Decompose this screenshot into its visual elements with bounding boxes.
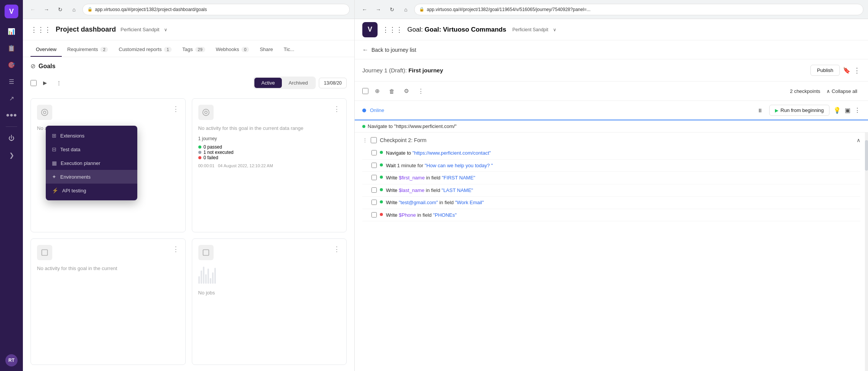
right-hamburger-icon[interactable]: ⋮⋮⋮ [382, 26, 403, 34]
step-text-4: Write $last_name in field "LAST NAME" [386, 187, 473, 194]
step-navigate-contact: Navigate to "https://www.perficient.com/… [362, 147, 860, 160]
navigate-text: Navigate to "https://www.perficient.com/… [368, 123, 457, 129]
goal-card-3: ⋮ No activity for this goal in the curre… [31, 238, 186, 365]
tab-tags-label: Tags [182, 46, 193, 52]
dot-not-executed [198, 151, 201, 154]
forward-button-left[interactable]: → [41, 4, 52, 15]
sidebar-icon-requirements[interactable]: 📋 [5, 41, 18, 55]
tab-tags[interactable]: Tags 29 [177, 43, 211, 57]
workspace-arrow-icon[interactable]: ∨ [164, 27, 167, 32]
back-button-left[interactable]: ← [27, 4, 38, 15]
run-button[interactable]: ▶ Run from beginning [769, 105, 829, 116]
tab-requirements[interactable]: Requirements 2 [62, 43, 113, 57]
step-dot-6 [380, 213, 383, 216]
play-button[interactable]: ▶ [40, 78, 50, 88]
checkpoint-drag-icon[interactable]: ⋮ [362, 137, 368, 143]
url-text-left: app.virtuoso.qa/#/project/1382/project-d… [95, 7, 207, 12]
pause-button[interactable]: ⏸ [755, 105, 765, 116]
journey-copy-btn[interactable]: ⊕ [371, 85, 383, 97]
sidebar-logo[interactable]: V [5, 5, 18, 18]
goal-name: Goal: Virtuoso Commands [424, 26, 506, 33]
sidebar-icon-journey[interactable]: ↗ [5, 91, 18, 105]
step-checkbox-3[interactable] [371, 175, 377, 180]
sidebar-avatar[interactable]: RT [5, 354, 18, 366]
right-workspace-name: Perficient Sandpit [512, 27, 548, 32]
sidebar-icon-goals[interactable]: 🎯 [5, 58, 18, 72]
address-bar-left[interactable]: 🔒 app.virtuoso.qa/#/project/1382/project… [82, 4, 350, 15]
tab-webhooks[interactable]: Webhooks 0 [211, 43, 254, 57]
svg-point-0 [42, 109, 48, 116]
forward-button-right[interactable]: → [373, 4, 384, 15]
checkpoint-2-collapse-icon[interactable]: ∧ [857, 137, 860, 143]
address-bar-right[interactable]: 🔒 app.virtuoso.qa/#/project/1382/goal/11… [414, 4, 863, 15]
right-workspace-arrow[interactable]: ∨ [553, 27, 556, 32]
stat-failed-label: 0 failed [204, 155, 219, 160]
card-1-more-icon[interactable]: ⋮ [172, 105, 179, 113]
scrollbar-thumb[interactable] [865, 140, 868, 171]
run-label: Run from beginning [781, 107, 824, 113]
sidebar-icon-list[interactable]: ☰ [5, 75, 18, 88]
home-button-left[interactable]: ⌂ [69, 4, 79, 15]
journey-more-icon[interactable]: ⋮ [854, 66, 860, 75]
tab-customized-reports[interactable]: Customized reports 1 [113, 43, 177, 57]
sidebar-icon-more[interactable]: ●●● [5, 108, 18, 122]
date-filter[interactable]: 13/08/20 [319, 78, 347, 88]
step-write-lastname: Write $last_name in field "LAST NAME" [362, 184, 860, 197]
reload-button-right[interactable]: ↻ [387, 4, 397, 15]
journey-name-label: First journey [408, 67, 443, 74]
collapse-all-btn[interactable]: ∧ Collapse all [823, 87, 860, 96]
card-2-more-icon[interactable]: ⋮ [333, 105, 340, 113]
checkpoint-2-checkbox[interactable] [371, 137, 377, 143]
publish-button[interactable]: Publish [810, 65, 840, 76]
stat-not-executed: 1 not executed [198, 150, 341, 155]
bookmark-icon[interactable]: 🔖 [843, 67, 850, 74]
home-button-right[interactable]: ⌂ [400, 4, 411, 15]
dropdown-environments[interactable]: ✦ Environments [46, 170, 137, 184]
dot-passed [198, 146, 201, 149]
tab-overview[interactable]: Overview [31, 43, 62, 57]
stat-not-executed-label: 1 not executed [204, 150, 234, 155]
card-3-header: ⋮ [37, 245, 179, 260]
back-button-right[interactable]: ← [359, 4, 370, 15]
dropdown-extensions[interactable]: ⊞ Extensions [46, 129, 137, 142]
scrollbar-track[interactable] [865, 133, 868, 371]
step-checkbox-6[interactable] [371, 212, 377, 217]
hamburger-icon[interactable]: ⋮⋮⋮ [31, 26, 51, 34]
back-to-journey-text[interactable]: Back to journey list [371, 47, 416, 53]
dropdown-execution-planner[interactable]: ▦ Execution planner [46, 156, 137, 170]
journey-more-btn[interactable]: ⋮ [415, 85, 426, 97]
step-checkbox-1[interactable] [371, 150, 377, 155]
reload-button-left[interactable]: ↻ [55, 4, 66, 15]
tab-share[interactable]: Share [254, 43, 278, 57]
card-2-body: No activity for this goal in the current… [198, 125, 341, 132]
step-checkbox-2[interactable] [371, 163, 377, 168]
goal-card-2: ⋮ No activity for this goal in the curre… [192, 98, 347, 232]
lightbulb-icon[interactable]: 💡 [833, 107, 841, 114]
step-text-1: Navigate to "https://www.perficient.com/… [386, 149, 491, 157]
sidebar-icon-dashboard[interactable]: 📊 [5, 24, 18, 38]
sidebar-icon-chevron[interactable]: ❯ [5, 148, 18, 162]
journey-trash-btn[interactable]: 🗑 [386, 85, 397, 97]
status-more-icon[interactable]: ⋮ [854, 107, 860, 114]
card-3-more-icon[interactable]: ⋮ [172, 245, 179, 253]
segment-active-btn[interactable]: Active [254, 78, 281, 88]
sidebar-icon-power[interactable]: ⏻ [5, 131, 18, 145]
chart-bar-3 [203, 267, 204, 284]
goals-header: ⊘ Goals [23, 57, 354, 74]
goals-title: Goals [39, 63, 55, 70]
journey-select-all[interactable] [362, 88, 368, 94]
segment-archived-btn[interactable]: Archived [282, 78, 315, 88]
step-checkbox-5[interactable] [371, 200, 377, 205]
card-4-more-icon[interactable]: ⋮ [333, 245, 340, 253]
more-button[interactable]: ⋮ [53, 78, 64, 88]
dropdown-api-testing[interactable]: ⚡ API testing [46, 184, 137, 197]
tab-customized-reports-badge: 1 [164, 47, 172, 52]
tab-webhooks-label: Webhooks [216, 46, 239, 52]
step-checkbox-4[interactable] [371, 187, 377, 193]
select-all-checkbox[interactable] [31, 80, 37, 86]
stat-passed-label: 0 passed [204, 144, 222, 150]
tab-tic[interactable]: Tic... [278, 43, 300, 57]
dropdown-test-data[interactable]: ⊟ Test data [46, 142, 137, 156]
journey-settings-btn[interactable]: ⚙ [400, 85, 412, 97]
layout-icon[interactable]: ▣ [845, 107, 850, 114]
